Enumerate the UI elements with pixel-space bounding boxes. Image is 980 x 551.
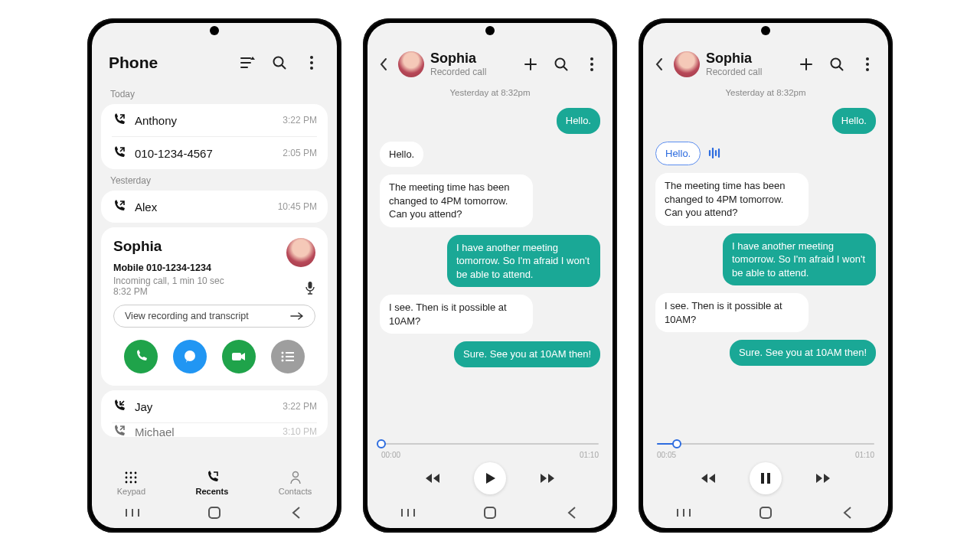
avatar[interactable] bbox=[398, 51, 424, 77]
nav-back-icon[interactable] bbox=[285, 506, 308, 520]
svg-rect-33 bbox=[761, 473, 764, 484]
view-recording-button[interactable]: View recording and transcript bbox=[113, 305, 315, 328]
avatar[interactable] bbox=[674, 51, 700, 77]
back-icon[interactable] bbox=[651, 56, 668, 73]
svg-rect-23 bbox=[209, 507, 220, 518]
svg-point-9 bbox=[282, 356, 284, 358]
svg-point-30 bbox=[866, 57, 869, 60]
page-title: Phone bbox=[109, 54, 158, 72]
back-icon[interactable] bbox=[375, 56, 392, 73]
nav-recent-icon[interactable] bbox=[397, 507, 420, 518]
contacts-icon bbox=[288, 470, 303, 485]
avatar[interactable] bbox=[286, 238, 315, 267]
svg-point-16 bbox=[126, 477, 128, 479]
call-row[interactable]: Michael 3:10 PM bbox=[101, 423, 328, 437]
nav-home-icon[interactable] bbox=[203, 506, 226, 520]
filter-icon[interactable] bbox=[239, 54, 256, 71]
search-icon[interactable] bbox=[553, 56, 570, 73]
nav-home-icon[interactable] bbox=[479, 506, 501, 520]
search-icon[interactable] bbox=[828, 56, 845, 73]
more-icon[interactable] bbox=[859, 56, 876, 73]
tab-keypad[interactable]: Keypad bbox=[117, 470, 145, 496]
call-row[interactable]: Alex 10:45 PM bbox=[101, 191, 328, 223]
video-call-button[interactable] bbox=[222, 340, 256, 373]
message-in-playing[interactable]: Hello. bbox=[655, 142, 701, 166]
tab-recents[interactable]: Recents bbox=[196, 470, 229, 496]
message-out: Sure. See you at 10AM then! bbox=[454, 341, 600, 367]
message-out: I have another meeting tomorrow. So I'm … bbox=[447, 235, 600, 288]
svg-point-20 bbox=[130, 481, 132, 484]
nav-recent-icon[interactable] bbox=[672, 507, 695, 518]
outgoing-call-icon bbox=[112, 425, 126, 437]
nav-back-icon[interactable] bbox=[836, 506, 859, 520]
timestamp-label: Yesterday at 8:32pm bbox=[368, 88, 612, 97]
outgoing-call-icon bbox=[112, 200, 126, 214]
keypad-icon bbox=[123, 470, 139, 485]
svg-point-21 bbox=[135, 481, 137, 484]
time-duration: 01:10 bbox=[855, 451, 874, 459]
audio-wave-icon bbox=[708, 148, 722, 158]
call-time: 8:32 PM bbox=[113, 286, 224, 297]
message-in: I see. Then is it possible at 10AM? bbox=[380, 295, 533, 334]
play-button[interactable] bbox=[474, 462, 506, 494]
svg-rect-34 bbox=[767, 473, 770, 484]
pause-button[interactable] bbox=[750, 462, 782, 494]
more-icon[interactable] bbox=[583, 56, 600, 73]
svg-point-29 bbox=[831, 58, 841, 67]
svg-point-24 bbox=[556, 58, 565, 67]
svg-point-5 bbox=[185, 350, 195, 361]
arrow-right-icon bbox=[290, 311, 304, 321]
rewind-button[interactable] bbox=[422, 468, 443, 489]
details-button[interactable] bbox=[271, 340, 305, 373]
header-subtitle: Recorded call bbox=[706, 67, 792, 77]
call-row[interactable]: Jay 3:22 PM bbox=[101, 390, 328, 422]
call-time: 10:45 PM bbox=[278, 201, 317, 212]
svg-point-0 bbox=[274, 57, 283, 67]
svg-point-13 bbox=[126, 472, 128, 474]
nav-home-icon[interactable] bbox=[754, 506, 777, 520]
contact-number: Mobile 010-1234-1234 bbox=[113, 262, 224, 273]
svg-point-31 bbox=[866, 63, 869, 66]
svg-point-27 bbox=[590, 68, 593, 71]
nav-recent-icon[interactable] bbox=[121, 507, 144, 518]
time-current: 00:00 bbox=[381, 451, 400, 459]
call-name: Alex bbox=[135, 201, 269, 214]
message-button[interactable] bbox=[173, 340, 207, 373]
call-button[interactable] bbox=[124, 340, 158, 373]
svg-point-7 bbox=[282, 352, 284, 354]
seek-bar[interactable] bbox=[657, 439, 874, 449]
seek-bar[interactable] bbox=[381, 439, 599, 449]
call-name: Anthony bbox=[135, 114, 273, 127]
call-name: Jay bbox=[135, 400, 273, 413]
svg-rect-6 bbox=[232, 353, 241, 360]
call-meta: Incoming call, 1 min 10 sec bbox=[113, 276, 224, 286]
search-icon[interactable] bbox=[271, 54, 288, 71]
message-in: The meeting time has been changed to 4PM… bbox=[380, 174, 533, 227]
plus-icon[interactable] bbox=[798, 56, 815, 73]
call-row[interactable]: 010-1234-4567 2:05 PM bbox=[101, 137, 328, 169]
call-time: 3:22 PM bbox=[283, 401, 317, 412]
expanded-call-card: Sophia Mobile 010-1234-1234 Incoming cal… bbox=[101, 227, 328, 386]
more-icon[interactable] bbox=[303, 54, 320, 71]
rewind-button[interactable] bbox=[697, 468, 719, 489]
svg-point-25 bbox=[590, 57, 593, 60]
svg-point-19 bbox=[126, 481, 128, 484]
time-duration: 01:10 bbox=[580, 451, 599, 459]
forward-button[interactable] bbox=[537, 468, 558, 489]
timestamp-label: Yesterday at 8:32pm bbox=[643, 88, 888, 97]
recents-icon bbox=[204, 470, 220, 485]
svg-point-1 bbox=[310, 56, 313, 59]
nav-back-icon[interactable] bbox=[560, 506, 583, 520]
contact-name: Sophia bbox=[113, 238, 224, 255]
svg-point-26 bbox=[590, 63, 593, 66]
svg-point-15 bbox=[135, 472, 137, 474]
plus-icon[interactable] bbox=[522, 56, 539, 73]
svg-point-3 bbox=[310, 67, 313, 70]
svg-point-17 bbox=[130, 477, 132, 479]
forward-button[interactable] bbox=[812, 468, 834, 489]
message-out: Sure. See you at 10AM then! bbox=[730, 340, 876, 366]
tab-contacts[interactable]: Contacts bbox=[279, 470, 312, 496]
section-yesterday: Yesterday bbox=[92, 169, 337, 191]
contact-name: Sophia bbox=[706, 51, 792, 67]
call-row[interactable]: Anthony 3:22 PM bbox=[101, 104, 328, 136]
